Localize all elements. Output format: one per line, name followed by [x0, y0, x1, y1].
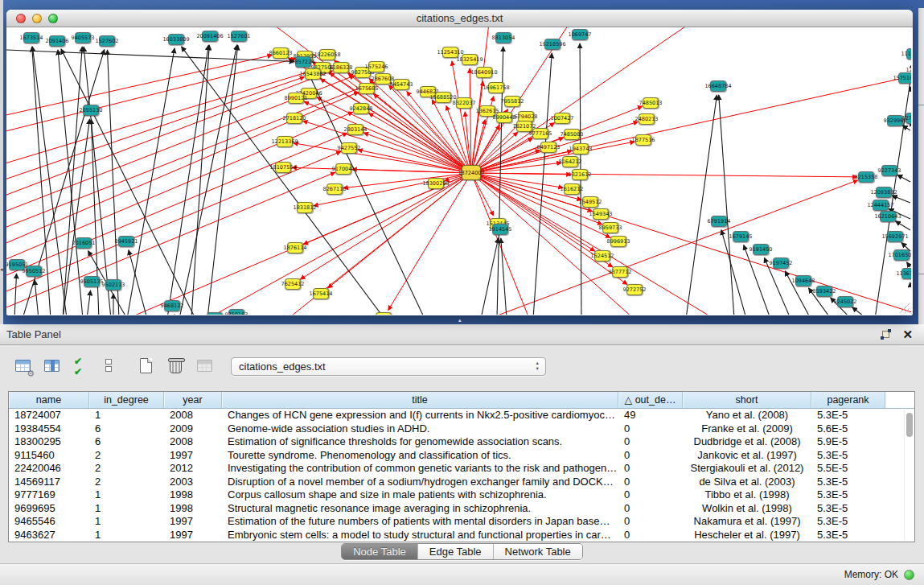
- graph-node[interactable]: 1914545: [492, 224, 508, 235]
- table-row[interactable]: 946554611997Estimation of the future num…: [9, 515, 914, 529]
- graph-node[interactable]: 9950512: [26, 266, 42, 277]
- import-table-button[interactable]: [193, 355, 217, 379]
- table-row[interactable]: 977716911998Corpus callosum shape and si…: [9, 488, 914, 502]
- graph-node[interactable]: 8990121: [288, 93, 304, 104]
- graph-node[interactable]: 9750163: [228, 309, 244, 315]
- table-row[interactable]: 969969511998Structural magnetic resonanc…: [9, 502, 914, 516]
- graph-node[interactable]: 12093832: [876, 187, 892, 198]
- graph-node[interactable]: 8322037: [456, 97, 472, 109]
- column-header-out_de[interactable]: △ out_de…: [618, 392, 683, 408]
- table-row[interactable]: 911546021997Tourette syndrome. Phenomeno…: [9, 449, 914, 463]
- column-header-pagerank[interactable]: pagerank: [811, 392, 885, 408]
- graph-node[interactable]: 12213369: [277, 136, 293, 147]
- graph-node[interactable]: 18300295: [428, 178, 444, 189]
- graph-node[interactable]: 7485013: [643, 97, 659, 109]
- network-canvas[interactable]: 1872400786601238912955182260589827503165…: [6, 27, 911, 315]
- collapse-left-arrow-icon[interactable]: ◂: [0, 266, 3, 273]
- graph-node[interactable]: 9468122: [164, 300, 180, 311]
- scrollbar-thumb[interactable]: [906, 413, 913, 437]
- graph-node[interactable]: 8990448: [496, 112, 512, 123]
- graph-node[interactable]: 6791914: [711, 216, 727, 227]
- graph-node[interactable]: 1549343: [593, 208, 609, 220]
- graph-node[interactable]: 1094648: [795, 275, 811, 286]
- graph-node[interactable]: 1069747: [572, 29, 588, 40]
- graph-node[interactable]: 16210643: [880, 211, 896, 222]
- close-button[interactable]: [16, 14, 26, 23]
- table-row[interactable]: 1938455462009Genome-wide association stu…: [9, 422, 914, 436]
- column-header-title[interactable]: title: [222, 392, 618, 408]
- graph-hub-node[interactable]: 18724007: [462, 165, 481, 180]
- graph-node[interactable]: 1527601: [231, 31, 247, 42]
- graph-node[interactable]: 11254310: [442, 47, 458, 58]
- graph-node[interactable]: 8593422: [816, 286, 832, 297]
- graph-node[interactable]: 1616212: [564, 183, 580, 195]
- graph-node[interactable]: 18226058: [319, 49, 335, 60]
- delete-table-button[interactable]: [164, 355, 188, 379]
- deselect-all-button[interactable]: [98, 355, 122, 379]
- zoom-button[interactable]: [48, 14, 58, 23]
- graph-node[interactable]: 6497123: [540, 142, 556, 153]
- float-panel-icon[interactable]: [881, 329, 891, 340]
- graph-node[interactable]: 1675685: [359, 83, 375, 94]
- graph-node[interactable]: 9777165: [532, 128, 548, 139]
- edit-columns-button[interactable]: [40, 355, 64, 379]
- table-row[interactable]: 1872400712008Changes of HCN gene express…: [9, 409, 914, 422]
- tab-network-table[interactable]: Network Table: [493, 544, 582, 559]
- graph-node[interactable]: 9170041: [335, 163, 351, 175]
- graph-node[interactable]: 9405573: [75, 32, 91, 43]
- graph-node[interactable]: 18325419: [462, 54, 478, 65]
- graph-node[interactable]: 1575246: [368, 61, 384, 72]
- window-titlebar[interactable]: citations_edges.txt: [6, 10, 913, 27]
- graph-node[interactable]: 2016051: [76, 237, 92, 249]
- graph-node[interactable]: 9329966: [887, 115, 903, 126]
- close-panel-icon[interactable]: ✕: [902, 329, 913, 340]
- memory-status-icon[interactable]: [904, 570, 914, 580]
- graph-node[interactable]: 1675414: [313, 288, 329, 299]
- graph-node[interactable]: 2718120: [286, 113, 302, 124]
- graph-node[interactable]: 8454743: [393, 79, 409, 90]
- graph-node[interactable]: 9245022: [837, 296, 853, 307]
- column-header-in_degree[interactable]: in_degree: [89, 392, 164, 408]
- graph-node[interactable]: 8996913: [610, 236, 626, 247]
- graph-node[interactable]: 15692971: [887, 231, 903, 242]
- new-table-button[interactable]: [135, 355, 159, 379]
- graph-node[interactable]: 1277403: [906, 113, 911, 124]
- graph-node[interactable]: 7625412: [285, 278, 301, 290]
- column-header-short[interactable]: short: [683, 392, 811, 408]
- graph-node[interactable]: 1831812: [297, 202, 313, 213]
- column-header-name[interactable]: name: [9, 392, 89, 408]
- graph-node[interactable]: 7955812: [504, 96, 520, 107]
- graph-node[interactable]: 1673514: [23, 32, 39, 43]
- graph-node[interactable]: 1833812: [207, 312, 223, 315]
- graph-node[interactable]: 1524512: [594, 250, 610, 262]
- select-all-button[interactable]: ✔✔: [69, 355, 93, 379]
- graph-node[interactable]: 8945921: [118, 236, 134, 247]
- graph-node[interactable]: 1549512: [582, 196, 598, 208]
- table-row[interactable]: 946362711997Embryonic stem cells: a mode…: [9, 529, 914, 542]
- table-settings-button[interactable]: ⚙: [11, 355, 35, 379]
- graph-node[interactable]: 7857224: [295, 56, 311, 68]
- vertical-scrollbar[interactable]: [904, 410, 914, 540]
- graph-node[interactable]: 7485083: [564, 129, 580, 140]
- table-row[interactable]: 2242004622012Investigating the contribut…: [9, 462, 914, 476]
- graph-node[interactable]: 9505135: [84, 276, 100, 287]
- graph-node[interactable]: 8660123: [273, 47, 289, 59]
- graph-node[interactable]: 9197452: [773, 257, 789, 269]
- graph-node[interactable]: 1877516: [635, 134, 651, 146]
- graph-node[interactable]: 15688520: [435, 92, 451, 103]
- graph-node[interactable]: 16961758: [488, 82, 504, 93]
- graph-node[interactable]: 16543862: [305, 68, 321, 80]
- graph-node[interactable]: 9502113: [105, 279, 121, 290]
- graph-node[interactable]: 1679145: [733, 231, 749, 242]
- graph-node[interactable]: 2055130: [83, 105, 99, 116]
- graph-node[interactable]: 1527602: [99, 35, 115, 47]
- graph-node[interactable]: 9227343: [881, 165, 897, 176]
- tab-node-table[interactable]: Node Table: [342, 544, 417, 559]
- graph-node[interactable]: 8959733: [602, 222, 618, 233]
- graph-node[interactable]: 17016504: [893, 249, 910, 261]
- graph-node[interactable]: 9191450: [753, 244, 769, 255]
- graph-node[interactable]: 1675447: [376, 312, 392, 315]
- graph-node[interactable]: 15751074: [898, 72, 911, 84]
- graph-node[interactable]: 20091406: [202, 31, 218, 42]
- column-header-year[interactable]: year: [164, 392, 222, 408]
